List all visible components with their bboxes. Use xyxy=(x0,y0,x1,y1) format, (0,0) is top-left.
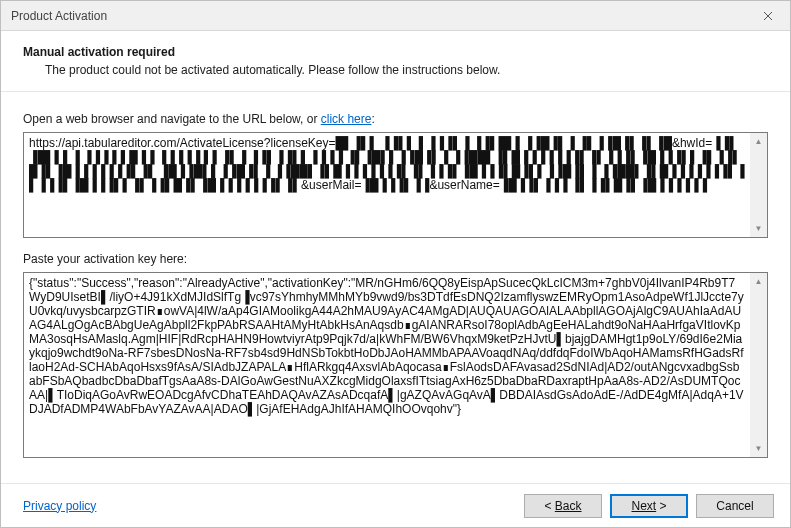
url-scrollbar[interactable]: ▲ ▼ xyxy=(750,133,767,237)
page-subtitle: The product could not be activated autom… xyxy=(23,63,768,77)
scroll-down-icon[interactable]: ▼ xyxy=(750,440,767,457)
scroll-up-icon[interactable]: ▲ xyxy=(750,273,767,290)
close-icon xyxy=(763,11,773,21)
click-here-link[interactable]: click here xyxy=(321,112,372,126)
key-scrollbar[interactable]: ▲ ▼ xyxy=(750,273,767,457)
activation-key-textbox[interactable]: {"status":"Success","reason":"AlreadyAct… xyxy=(23,272,768,458)
next-label: Next xyxy=(631,499,656,513)
activation-key-text[interactable]: {"status":"Success","reason":"AlreadyAct… xyxy=(24,273,750,457)
next-button[interactable]: Next > xyxy=(610,494,688,518)
url-text[interactable]: https://api.tabulareditor.com/ActivateLi… xyxy=(24,133,750,237)
back-label: Back xyxy=(555,499,582,513)
url-label: Open a web browser and navigate to the U… xyxy=(23,112,768,126)
wizard-header: Manual activation required The product c… xyxy=(1,31,790,92)
window-title: Product Activation xyxy=(11,9,107,23)
cancel-button[interactable]: Cancel xyxy=(696,494,774,518)
url-label-suffix: : xyxy=(371,112,374,126)
titlebar: Product Activation xyxy=(1,1,790,31)
privacy-policy-link[interactable]: Privacy policy xyxy=(23,499,96,513)
button-row: < Back Next > Cancel xyxy=(524,494,774,518)
url-textbox[interactable]: https://api.tabulareditor.com/ActivateLi… xyxy=(23,132,768,238)
wizard-footer: Privacy policy < Back Next > Cancel xyxy=(1,483,790,527)
url-label-prefix: Open a web browser and navigate to the U… xyxy=(23,112,321,126)
scroll-down-icon[interactable]: ▼ xyxy=(750,220,767,237)
back-button[interactable]: < Back xyxy=(524,494,602,518)
content-area: Open a web browser and navigate to the U… xyxy=(1,92,790,458)
close-button[interactable] xyxy=(745,1,790,31)
page-title: Manual activation required xyxy=(23,45,768,59)
key-label: Paste your activation key here: xyxy=(23,252,768,266)
scroll-up-icon[interactable]: ▲ xyxy=(750,133,767,150)
